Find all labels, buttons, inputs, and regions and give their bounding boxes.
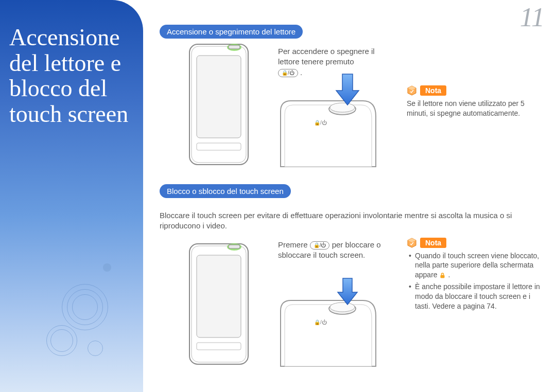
svg-rect-2: [197, 56, 241, 138]
power-instruction: Per accendere o spegnere il lettore tene…: [278, 46, 381, 78]
svg-text:🔒/⏻: 🔒/⏻: [314, 319, 327, 326]
note-text-2: Quando il touch screen viene bloccato, n…: [407, 251, 541, 311]
note-bullet-1: Quando il touch screen viene bloccato, n…: [409, 251, 541, 280]
main-content: Accensione o spegnimento del lettore 🔒/⏻: [160, 25, 541, 384]
press-arrow-icon-2: [334, 276, 362, 312]
svg-rect-5: [229, 45, 240, 49]
lock-instruction: Premere 🔒/⏻ per bloccare o sbloccare il …: [278, 240, 386, 261]
note-power: Nota Se il lettore non viene utilizzato …: [407, 85, 541, 118]
note-label-2: Nota: [420, 238, 446, 248]
power-instruction-post: .: [300, 68, 302, 77]
svg-rect-3: [197, 143, 241, 150]
note-text: Se il lettore non viene utilizzato per 5…: [407, 99, 541, 118]
section-heading-power: Accensione o spegnimento del lettore: [160, 25, 303, 39]
lock-instruction-pre: Premere: [278, 240, 310, 249]
note-bullet-1-post: .: [448, 271, 450, 279]
device-top-illustration-2: 🔒/⏻: [275, 280, 378, 367]
svg-rect-18: [441, 275, 445, 278]
svg-rect-14: [229, 245, 240, 248]
note-bullet-1-pre: Quando il touch screen viene bloccato, n…: [415, 252, 539, 279]
device-front-illustration-2: [185, 240, 252, 368]
section-heading-lock: Blocco o sblocco del touch screen: [160, 184, 291, 198]
lock-intro-text: Bloccare il touch screen per evitare di …: [160, 210, 520, 231]
lock-icon: [439, 272, 446, 279]
note-cube-icon: [407, 85, 417, 96]
sidebar: Accensione del lettore e blocco del touc…: [0, 0, 143, 392]
device-front-illustration: [185, 40, 252, 169]
svg-text:🔒/⏻: 🔒/⏻: [314, 119, 327, 126]
power-button-symbol: 🔒/⏻: [278, 69, 298, 77]
note-header: Nota: [407, 85, 446, 96]
note-header-2: Nota: [407, 238, 446, 248]
page-title: Accensione del lettore e blocco del touc…: [9, 25, 134, 127]
note-bullet-2: È anche possibile impostare il lettore i…: [409, 282, 541, 311]
svg-rect-12: [197, 343, 241, 350]
decorative-circles: [46, 269, 139, 371]
device-top-illustration: 🔒/⏻: [275, 80, 378, 168]
lock-figures: 🔒/⏻ Premere 🔒/⏻ per bloccare o sbloccare…: [160, 240, 541, 384]
lock-button-symbol: 🔒/⏻: [310, 241, 330, 250]
svg-rect-11: [197, 255, 241, 337]
note-lock: Nota Quando il touch screen viene blocca…: [407, 238, 541, 313]
note-label: Nota: [420, 85, 446, 96]
power-instruction-text: Per accendere o spegnere il lettore tene…: [278, 47, 375, 66]
section-power: Accensione o spegnimento del lettore 🔒/⏻: [160, 25, 541, 184]
section-lock: Blocco o sblocco del touch screen Blocca…: [160, 184, 541, 384]
note-cube-icon-2: [407, 238, 417, 248]
